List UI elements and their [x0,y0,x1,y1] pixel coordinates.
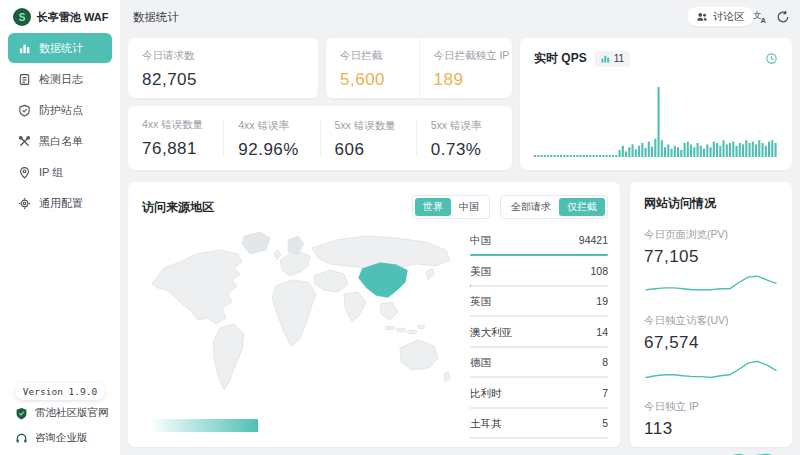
app-logo: S 长亭雷池 WAF [13,8,109,26]
map-australia [400,340,438,370]
sidebar-item-blackwhite-list[interactable]: 黑白名单 [8,126,112,156]
enterprise-consult-link[interactable]: 咨询企业版 [15,431,88,445]
country-bar [470,407,608,409]
language-switch-icon[interactable]: 文A [751,8,769,26]
map-scandinavia [288,236,304,254]
sidebar-item-label: 防护站点 [39,103,83,118]
map-gradient-legend [150,419,258,432]
country-name: 澳大利亚 [470,326,512,340]
qps-chart [534,83,778,161]
forum-button[interactable]: 讨论区 [687,7,754,26]
err5xx-rate-stat: 5xx 错误率 0.73% [416,119,512,157]
sidebar-item-detection-logs[interactable]: 检测日志 [8,64,112,94]
qps-card: 实时 QPS 11 [520,38,792,170]
region-card: 访问来源地区 世界 中国 全部请求 仅拦截 [128,182,620,447]
err5xx-count-stat: 5xx 错误数量 606 [320,119,416,157]
err4xx-count-label: 4xx 错误数量 [142,118,223,132]
log-icon [18,73,31,86]
sidebar-item-label: 黑白名单 [39,134,83,149]
sidebar-item-label: IP 组 [39,165,63,180]
ip-label: 今日独立 IP [644,400,778,414]
site-traffic-card: 网站访问情况 今日页面浏览(PV) 77,105 今日独立访客(UV) 67,5… [630,182,792,447]
shield-check-icon [18,104,31,117]
country-bar [470,376,608,378]
site-traffic-title: 网站访问情况 [644,195,778,212]
community-site-link[interactable]: 雷池社区版官网 [15,406,109,420]
country-name: 土耳其 [470,417,502,431]
page-title: 数据统计 [133,10,179,25]
filter-blocked-option[interactable]: 仅拦截 [559,198,605,216]
country-value: 5 [602,417,608,431]
sidebar: S 长亭雷池 WAF 数据统计 检测日志 防护站点 黑白名单 IP 组 通用配置… [0,0,120,455]
world-map[interactable] [138,224,468,419]
uv-sparkline [644,356,778,384]
block-ips-label: 今日拦截独立 IP [434,49,513,63]
map-middle-east [314,270,348,292]
users-icon [696,11,708,23]
map-africa [272,280,316,346]
map-uk [274,250,281,260]
scope-world-option[interactable]: 世界 [415,198,451,216]
country-list: 中国94421美国108英国19澳大利亚14德国8比利时7土耳其5 [470,234,608,448]
country-bar [470,315,608,317]
forum-button-label: 讨论区 [713,10,745,24]
history-icon[interactable] [765,52,778,65]
country-value: 94421 [579,234,608,248]
block-ips-stat: 今日拦截独立 IP 189 [419,38,513,98]
map-pin-icon [18,166,31,179]
pv-value: 77,105 [644,247,778,267]
map-north-america [152,250,242,324]
qps-badge-value: 11 [614,53,624,64]
uv-metric: 今日独立访客(UV) 67,574 [644,314,778,384]
country-bar [470,437,608,439]
map-india [344,292,366,322]
country-value: 14 [596,326,608,340]
country-bar [470,254,608,256]
country-value: 19 [596,295,608,309]
pv-label: 今日页面浏览(PV) [644,228,778,242]
qps-title: 实时 QPS [534,50,587,67]
scope-china-option[interactable]: 中国 [451,198,487,216]
community-site-label: 雷池社区版官网 [35,406,109,420]
err4xx-rate-label: 4xx 错误率 [238,119,319,133]
blocks-label: 今日拦截 [340,49,419,63]
sidebar-item-ip-groups[interactable]: IP 组 [8,157,112,187]
country-row: 澳大利亚14 [470,326,608,348]
scope-toggle: 世界 中国 [412,195,490,219]
crossed-tools-icon [18,135,31,148]
blocks-value: 5,600 [340,70,419,90]
country-bar [470,346,608,348]
enterprise-consult-label: 咨询企业版 [35,431,88,445]
filter-all-option[interactable]: 全部请求 [503,198,559,216]
sidebar-item-protected-sites[interactable]: 防护站点 [8,95,112,125]
uv-value: 67,574 [644,333,778,353]
country-row: 土耳其5 [470,417,608,439]
sidebar-item-statistics[interactable]: 数据统计 [8,33,112,63]
err5xx-rate-label: 5xx 错误率 [431,119,512,133]
country-row: 中国94421 [470,234,608,256]
country-row: 美国108 [470,265,608,287]
error-stats-card: 4xx 错误数量 76,881 4xx 错误率 92.96% 5xx 错误数量 … [128,106,512,170]
sidebar-item-label: 数据统计 [39,41,83,56]
filter-toggle: 全部请求 仅拦截 [500,195,608,219]
map-china-highlighted [358,262,408,298]
country-bar [470,285,608,287]
refresh-icon[interactable] [774,8,792,26]
bar-chart-icon [18,42,31,55]
ip-sparkline [644,442,778,455]
country-name: 中国 [470,234,491,248]
map-japan [426,268,434,280]
map-new-zealand [444,372,450,382]
sidebar-item-label: 通用配置 [39,196,83,211]
requests-value: 82,705 [142,70,304,90]
map-south-america [213,324,244,390]
blocks-stat: 今日拦截 5,600 [326,38,419,98]
country-name: 美国 [470,265,491,279]
app-title: 长亭雷池 WAF [37,10,109,25]
mini-bars-icon [601,54,610,63]
qps-badge: 11 [595,51,630,67]
country-value: 7 [602,387,608,401]
sidebar-item-general-settings[interactable]: 通用配置 [8,188,112,218]
err4xx-count-stat: 4xx 错误数量 76,881 [128,118,223,159]
gear-icon [18,197,31,210]
